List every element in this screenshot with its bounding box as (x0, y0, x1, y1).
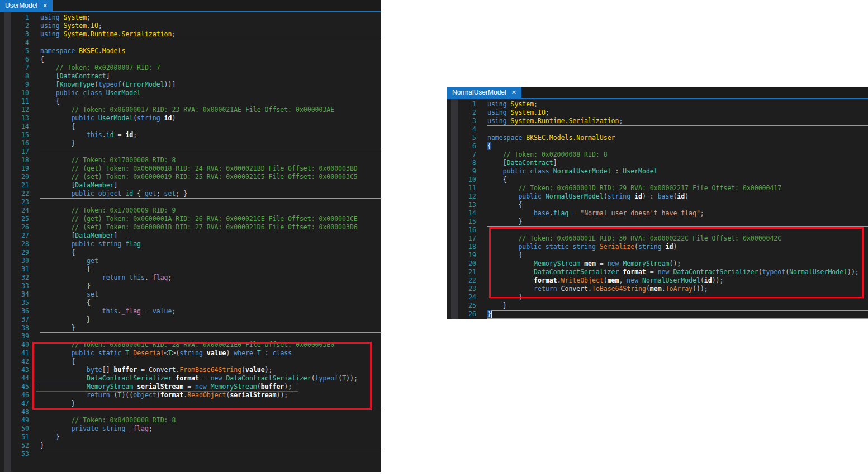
code-line[interactable]: 7 // Token: 0x02000007 RID: 7 (0, 64, 381, 72)
code-line[interactable]: 22 format.WriteObject(mem, new NormalUse… (447, 276, 868, 285)
code-area[interactable]: 1using System;2using System.IO;3using Sy… (0, 12, 381, 472)
code-line[interactable]: 49 // Token: 0x04000008 RID: 8 (0, 416, 381, 425)
code-line[interactable]: 41 public static T Deserial<T>(string va… (0, 349, 381, 358)
code-line[interactable]: 16 (447, 226, 868, 234)
code-line[interactable]: 1using System; (447, 100, 868, 109)
code-line[interactable]: 14 { (0, 123, 381, 131)
code-line[interactable]: 31 { (0, 265, 381, 274)
code-line[interactable]: 24 } (447, 293, 868, 302)
code-line[interactable]: 35 { (0, 299, 381, 307)
code-line[interactable]: 8 [DataContract] (447, 159, 868, 167)
code-line[interactable]: 1using System; (0, 13, 381, 22)
code-line[interactable]: 25 // (get) Token: 0x0600001A RID: 26 RV… (0, 215, 381, 223)
line-number: 42 (0, 358, 29, 366)
code-line[interactable]: 26 // (set) Token: 0x0600001B RID: 27 RV… (0, 223, 381, 232)
code-line[interactable]: 27 (447, 318, 868, 319)
code-line[interactable]: 2using System.IO; (447, 109, 868, 117)
code-line[interactable]: 25 } (447, 302, 868, 310)
code-line[interactable]: 6{ (0, 55, 381, 64)
code-line[interactable]: 17 (0, 148, 381, 156)
code-text: [KnownType(typeof(ErrorModel))] (40, 81, 381, 89)
code-line[interactable]: 13 { (447, 201, 868, 209)
code-line[interactable]: 18 // Token: 0x17000008 RID: 8 (0, 156, 381, 164)
code-line[interactable]: 28 public string flag (0, 240, 381, 248)
code-line[interactable]: 30 get (0, 257, 381, 265)
code-line[interactable]: 5namespace BKSEC.Models (0, 47, 381, 55)
code-line[interactable]: 52} (0, 441, 381, 450)
code-line[interactable]: 39 (0, 332, 381, 341)
code-line[interactable]: 23 return Convert.ToBase64String(mem.ToA… (447, 285, 868, 293)
code-line[interactable]: 11 { (0, 97, 381, 106)
code-line[interactable]: 21 [DataMember] (0, 181, 381, 190)
tab-label: UserModel (5, 2, 37, 10)
code-line[interactable]: 9 [KnownType(typeof(ErrorModel))] (0, 81, 381, 89)
code-line[interactable]: 48 (0, 408, 381, 416)
code-line[interactable]: 4 (447, 125, 868, 134)
code-line[interactable]: 15 this.id = id; (0, 131, 381, 139)
code-line[interactable]: 43 byte[] buffer = Convert.FromBase64Str… (0, 366, 381, 374)
code-line[interactable]: 6{ (447, 142, 868, 151)
code-line[interactable]: 36 this._flag = value; (0, 307, 381, 316)
code-text: { (40, 299, 381, 307)
code-line[interactable]: 37 } (0, 316, 381, 324)
line-number: 37 (0, 316, 29, 324)
code-line[interactable]: 7 // Token: 0x02000008 RID: 8 (447, 151, 868, 159)
code-line[interactable]: 4 (0, 39, 381, 47)
code-line[interactable]: 53 (0, 450, 381, 458)
code-line[interactable]: 3using System.Runtime.Serialization; (0, 30, 381, 39)
close-icon[interactable]: ✕ (42, 3, 48, 9)
code-line[interactable]: 27 [DataMember] (0, 232, 381, 240)
code-line[interactable]: 9 public class NormalUserModel : UserMod… (447, 167, 868, 176)
code-line[interactable]: 20 MemoryStream mem = new MemoryStream()… (447, 260, 868, 268)
code-line[interactable]: 10 public class UserModel (0, 89, 381, 97)
code-line[interactable]: 33 } (0, 282, 381, 290)
code-line[interactable]: 32 return this._flag; (0, 274, 381, 282)
code-line[interactable]: 20 // (set) Token: 0x06000019 RID: 25 RV… (0, 173, 381, 181)
code-line[interactable]: 40 // Token: 0x0600001C RID: 28 RVA: 0x0… (0, 341, 381, 349)
code-line[interactable]: 12 // Token: 0x06000017 RID: 23 RVA: 0x0… (0, 106, 381, 114)
code-text: [DataMember] (40, 181, 381, 190)
code-line[interactable]: 12 public NormalUserModel(string id) : b… (447, 192, 868, 201)
line-number: 39 (0, 332, 29, 341)
code-line[interactable]: 14 base.flag = "Normal user doesn't have… (447, 209, 868, 218)
close-icon[interactable]: ✕ (511, 90, 516, 96)
line-number: 14 (0, 123, 29, 131)
code-line[interactable]: 34 set (0, 290, 381, 299)
tab-normalusermodel[interactable]: NormalUserModel ✕ (447, 87, 521, 98)
code-line[interactable]: 38 } (0, 324, 381, 332)
code-line[interactable]: 16 } (0, 139, 381, 148)
code-line[interactable]: 18 public static string Serialize(string… (447, 243, 868, 251)
code-line[interactable]: 3using System.Runtime.Serialization; (447, 117, 868, 125)
code-line[interactable]: 2using System.IO; (0, 22, 381, 30)
tab-usermodel[interactable]: UserModel ✕ (0, 0, 53, 11)
code-line[interactable]: 10 { (447, 176, 868, 184)
code-area[interactable]: 1using System;2using System.IO;3using Sy… (447, 99, 868, 319)
code-line[interactable]: 29 { (0, 248, 381, 257)
code-line[interactable]: 5namespace BKSEC.Models.NormalUser (447, 134, 868, 142)
code-line[interactable]: 46 return (T)((object)format.ReadObject(… (0, 391, 381, 399)
code-line[interactable]: 26} (447, 310, 868, 318)
code-text: public UserModel(string id) (40, 114, 381, 123)
code-line[interactable]: 15 } (447, 218, 868, 226)
code-line[interactable]: 23 (0, 198, 381, 206)
code-line[interactable]: 51 } (0, 433, 381, 441)
code-line[interactable]: 11 // Token: 0x0600001D RID: 29 RVA: 0x0… (447, 184, 868, 192)
code-line[interactable]: 24 // Token: 0x17000009 RID: 9 (0, 206, 381, 215)
code-line[interactable]: 19 { (447, 251, 868, 260)
code-line[interactable]: 13 public UserModel(string id) (0, 114, 381, 123)
code-text: using System.IO; (487, 109, 868, 117)
code-line[interactable]: 44 DataContractSerializer format = new D… (0, 374, 381, 383)
code-line[interactable]: 17 // Token: 0x0600001E RID: 30 RVA: 0x0… (447, 234, 868, 243)
code-line[interactable]: 50 private string _flag; (0, 425, 381, 433)
code-line[interactable]: 45 MemoryStream serialStream = new Memor… (0, 383, 381, 391)
code-line[interactable]: 19 // (get) Token: 0x06000018 RID: 24 RV… (0, 164, 381, 173)
code-line[interactable]: 42 { (0, 358, 381, 366)
line-number: 25 (0, 215, 29, 223)
code-line[interactable]: 21 DataContractSerializer format = new D… (447, 268, 868, 276)
code-line[interactable]: 8 [DataContract] (0, 72, 381, 81)
code-line[interactable]: 22 public object id { get; set; } (0, 190, 381, 198)
code-line[interactable]: 47 } (0, 399, 381, 408)
line-number: 7 (447, 151, 476, 159)
line-number: 25 (447, 302, 476, 310)
code-text: base.flag = "Normal user doesn't have fl… (487, 209, 868, 218)
